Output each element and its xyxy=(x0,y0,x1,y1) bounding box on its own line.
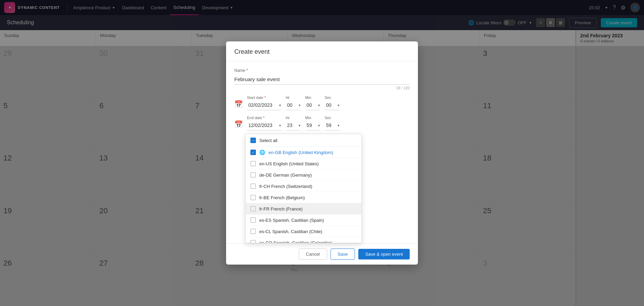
end-hr-label: Hr xyxy=(286,116,301,120)
modal-title: Create event xyxy=(234,48,270,55)
start-sec-select[interactable]: 00 xyxy=(325,100,340,110)
locale-checkbox-es-es[interactable] xyxy=(250,217,256,223)
locale-checkbox-fr-ch[interactable] xyxy=(250,183,256,189)
hr-label: Hr xyxy=(286,95,301,100)
locale-label-fr-be: fr-BE French (Belgium) xyxy=(259,195,305,200)
start-date-field: Start date * 02/02/2023 ▼ xyxy=(247,95,282,110)
list-item[interactable]: es-CL Spanish, Castilian (Chile) xyxy=(246,226,361,237)
locale-label-es-es: es-ES Spanish, Castilian (Spain) xyxy=(259,218,324,223)
start-min-select[interactable]: 00 xyxy=(305,100,320,110)
min-label: Min xyxy=(305,95,321,100)
end-hr-field: Hr 23 ▼ xyxy=(286,116,301,130)
locale-label-es-co: es-CO Spanish, Castilian (Colombia) xyxy=(259,240,332,243)
list-item[interactable]: de-DE German (Germany) xyxy=(246,169,361,181)
locale-label-es-cl: es-CL Spanish, Castilian (Chile) xyxy=(259,229,322,234)
locale-label-en-us: en-US English (United States) xyxy=(259,161,319,166)
locale-dropdown-container: — Select all ✓ 🌐 en-GB English (United K xyxy=(234,134,410,237)
end-sec-field: Sec 59 ▼ xyxy=(325,116,340,130)
end-date-field: End date * 12/02/2023 ▼ xyxy=(247,116,282,130)
locale-label-fr-fr: fr-FR French (France) xyxy=(259,206,302,212)
save-button[interactable]: Save xyxy=(331,248,355,260)
locale-checkbox-de-de[interactable] xyxy=(250,172,256,178)
list-item[interactable]: fr-BE French (Belgium) xyxy=(246,192,361,203)
locale-checkbox-es-cl[interactable] xyxy=(250,229,256,234)
list-item[interactable]: es-ES Spanish, Castilian (Spain) xyxy=(246,215,361,226)
start-hr-select[interactable]: 00 xyxy=(286,100,301,110)
start-date-row: 📅 Start date * 02/02/2023 ▼ Hr xyxy=(234,95,410,110)
locale-checkbox-en-gb[interactable]: ✓ xyxy=(250,150,256,155)
start-sec-field: Sec 00 ▼ xyxy=(325,95,340,110)
end-sec-select[interactable]: 59 xyxy=(325,120,340,130)
name-field-group: Name * 19 / 120 xyxy=(234,68,410,90)
locale-dropdown: — Select all ✓ 🌐 en-GB English (United K xyxy=(245,134,362,243)
modal-header: Create event xyxy=(226,41,418,61)
char-count: 19 / 120 xyxy=(234,86,410,90)
name-label: Name * xyxy=(234,68,410,73)
start-date-select[interactable]: 02/02/2023 xyxy=(247,100,281,110)
end-date-label: End date * xyxy=(247,116,282,120)
calendar-end-icon[interactable]: 📅 xyxy=(234,120,243,128)
calendar-start-icon[interactable]: 📅 xyxy=(234,100,243,108)
globe-icon: 🌐 xyxy=(259,150,265,155)
save-open-button[interactable]: Save & open event xyxy=(358,249,410,259)
start-min-field: Min 00 ▼ xyxy=(305,95,321,110)
end-min-label: Min xyxy=(305,116,321,120)
list-item[interactable]: es-CO Spanish, Castilian (Colombia) xyxy=(246,237,361,243)
end-min-field: Min 59 ▼ xyxy=(305,116,321,130)
modal-body: Name * 19 / 120 📅 Start date * 02/02/202 xyxy=(226,61,418,243)
modal-overlay: Create event Name * 19 / 120 📅 Start dat… xyxy=(0,0,644,306)
locale-label-fr-ch: fr-CH French (Switzerland) xyxy=(259,184,312,189)
locale-checkbox-en-us[interactable] xyxy=(250,161,256,166)
locale-checkbox-es-co[interactable] xyxy=(250,240,256,243)
list-item[interactable]: fr-FR French (France) xyxy=(246,203,361,215)
locale-checkbox-fr-fr[interactable] xyxy=(250,206,256,212)
end-date-select[interactable]: 12/02/2023 xyxy=(247,120,281,130)
start-date-label: Start date * xyxy=(247,95,282,100)
create-event-modal: Create event Name * 19 / 120 📅 Start dat… xyxy=(226,41,418,265)
select-all-label: Select all xyxy=(259,138,277,143)
end-sec-label: Sec xyxy=(325,116,340,120)
list-item[interactable]: en-US English (United States) xyxy=(246,158,361,169)
select-all-row[interactable]: — Select all xyxy=(246,134,361,147)
end-min-select[interactable]: 59 xyxy=(305,120,320,130)
end-date-row: 📅 End date * 12/02/2023 ▼ Hr xyxy=(234,116,410,130)
end-hr-select[interactable]: 23 xyxy=(286,120,301,130)
modal-footer: Cancel Save Save & open event xyxy=(226,243,418,265)
select-all-checkbox[interactable]: — xyxy=(250,138,256,143)
locale-checkbox-fr-be[interactable] xyxy=(250,195,256,200)
list-item[interactable]: fr-CH French (Switzerland) xyxy=(246,181,361,192)
list-item[interactable]: ✓ 🌐 en-GB English (United Kingdom) xyxy=(246,147,361,158)
locale-label-de-de: de-DE German (Germany) xyxy=(259,173,312,178)
cancel-button[interactable]: Cancel xyxy=(299,248,327,260)
start-hr-field: Hr 00 ▼ xyxy=(286,95,301,110)
locale-list: ✓ 🌐 en-GB English (United Kingdom) en-US… xyxy=(246,147,361,243)
name-input[interactable] xyxy=(234,74,410,85)
locale-label-en-gb: en-GB English (United Kingdom) xyxy=(269,150,333,155)
sec-label: Sec xyxy=(325,95,340,100)
